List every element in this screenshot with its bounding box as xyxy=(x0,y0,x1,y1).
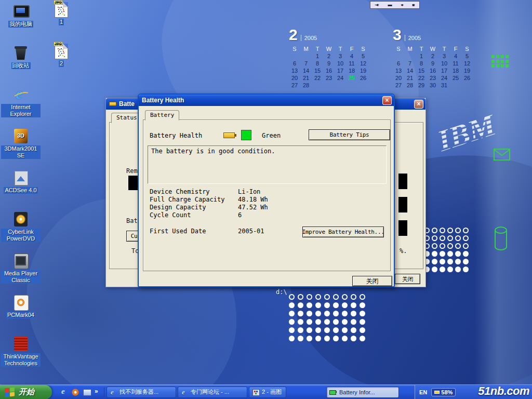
improve-battery-health-button[interactable]: Improve Battery Health... xyxy=(302,227,384,237)
language-indicator[interactable]: EN xyxy=(419,389,427,395)
desktop-icon-powerdvd[interactable]: CyberLink PowerDVD xyxy=(1,211,41,252)
desktop-icon-label: 3DMark2001 SE xyxy=(1,145,41,159)
dialog-titlebar[interactable]: Battery Health × xyxy=(139,95,394,106)
wallpaper-dot xyxy=(360,336,365,341)
taskbar-task-2[interactable]: 专门网论坛 - ... xyxy=(178,387,247,398)
wallpaper-dot xyxy=(324,311,330,316)
tray-battery-indicator[interactable]: 58% xyxy=(431,388,456,396)
desktop-icon-recycle-bin[interactable]: 回收站 xyxy=(1,45,41,86)
wallpaper-dot xyxy=(455,259,461,264)
wallpaper-dot xyxy=(447,259,453,264)
tab-battery[interactable]: Battery xyxy=(145,110,179,121)
3dmark-icon xyxy=(12,128,30,144)
wallpaper-dot xyxy=(324,302,330,308)
battery-field-row: Cycle Count6 xyxy=(150,211,383,219)
show-desktop-icon[interactable] xyxy=(82,388,91,397)
calendar-date: 9 xyxy=(427,60,438,68)
task-label: 找不到服务器... xyxy=(119,388,158,396)
calendar-date: 11 xyxy=(346,60,357,68)
wallpaper-dot xyxy=(440,267,445,272)
condition-textbox: The battery is in good condition. xyxy=(148,145,387,184)
jpg-file-icon: JPG xyxy=(55,2,68,18)
media-player-icon[interactable] xyxy=(71,388,80,397)
calendar-date xyxy=(404,53,416,60)
windows-logo-icon xyxy=(4,387,16,397)
desktop-icon-pcmark[interactable]: PCMark04 xyxy=(1,294,41,336)
wallpaper-dot xyxy=(432,267,437,272)
close-icon[interactable]: × xyxy=(414,100,423,109)
wallpaper-dot xyxy=(463,228,469,233)
calendar-date xyxy=(289,53,300,60)
wallpaper-dot xyxy=(360,327,365,333)
wallpaper-calendar-february: 22005SMTWTFS1234567891011121314151617181… xyxy=(289,27,372,89)
wallpaper-dot xyxy=(455,267,461,272)
calendar-grid: SMTWTFS123456789101112131415161718192021… xyxy=(289,46,372,89)
calendar-day-header: S xyxy=(289,46,300,53)
calendar-date xyxy=(450,82,461,89)
calendar-day-header: F xyxy=(346,46,357,53)
battery-tips-button[interactable]: Battery Tips xyxy=(309,129,390,140)
field-label: Device Chemistry xyxy=(150,188,210,195)
taskbar-task-1[interactable]: 找不到服务器... xyxy=(107,387,176,398)
file-icon-2[interactable]: JPG2 xyxy=(48,44,75,85)
close-icon[interactable]: × xyxy=(382,96,392,105)
keypad-cell xyxy=(491,55,495,58)
calendar-date: 27 xyxy=(393,82,404,89)
calendar-day-header: S xyxy=(461,46,473,53)
calendar-date: 14 xyxy=(404,68,416,75)
taskbar-task-3[interactable]: 2 - 画图 xyxy=(249,387,286,398)
wallpaper-dot xyxy=(307,311,312,316)
field-value: Li-Ion xyxy=(238,188,260,195)
calendar-date: 3 xyxy=(438,53,450,60)
envelope-icon xyxy=(494,149,510,161)
desktop-icon-label: Media Player Classic xyxy=(1,270,41,284)
desktop-icon-label: 回收站 xyxy=(11,62,31,69)
calendar-day-header: T xyxy=(416,46,427,53)
ie-icon[interactable] xyxy=(59,388,69,397)
wallpaper-dot xyxy=(463,267,469,272)
desktop-icon-mpc[interactable]: Media Player Classic xyxy=(1,252,41,294)
field-value: 6 xyxy=(238,211,242,219)
calendar-date: 8 xyxy=(312,60,323,68)
calendar-date: 20 xyxy=(289,75,300,82)
keypad-cell xyxy=(501,55,504,58)
calendar-date: 2 xyxy=(427,53,438,60)
powerdvd-icon xyxy=(12,211,30,228)
calendar-date: 31 xyxy=(438,82,450,89)
calendar-day-header: S xyxy=(393,46,404,53)
wallpaper-dot xyxy=(447,235,453,241)
keypad-cell xyxy=(491,64,495,68)
taskbar-task-4[interactable]: Battery Infor... xyxy=(326,387,399,398)
wallpaper-dot xyxy=(342,336,348,341)
calendar-date: 6 xyxy=(393,60,404,68)
field-label: Full Charge Capacity xyxy=(150,196,225,203)
calendar-date: 28 xyxy=(300,82,312,89)
first-used-row: First Used Date 2005-01 xyxy=(150,228,300,235)
file-icon-label: 2 xyxy=(59,60,64,67)
calendar-header: 32005 xyxy=(393,27,476,44)
close-button[interactable]: 关闭 xyxy=(395,274,420,284)
calendar-date: 30 xyxy=(427,82,438,89)
wallpaper-dot xyxy=(315,336,321,341)
calendar-date xyxy=(461,82,473,89)
desktop-icon-ie[interactable]: Internet Explorer xyxy=(1,86,41,128)
calendar-date: 14 xyxy=(300,68,312,75)
file-icon-1[interactable]: JPG1 xyxy=(48,2,75,44)
more-chevron[interactable] xyxy=(94,388,100,397)
calendar-date: 7 xyxy=(300,60,312,68)
start-button[interactable]: 开始 xyxy=(0,385,52,399)
calendar-date: 2 xyxy=(323,53,335,60)
calendar-date: 23 xyxy=(427,75,438,82)
desktop-icon-my-computer[interactable]: 我的电脑 xyxy=(1,3,41,45)
calendar-date: 7 xyxy=(404,60,416,68)
wallpaper-dot xyxy=(315,294,321,300)
osd-panel[interactable] xyxy=(370,1,420,9)
close-button[interactable]: 关闭 xyxy=(352,276,392,286)
calendar-date: 23 xyxy=(323,75,335,82)
desktop-icon-label: ACDSee 4.0 xyxy=(4,187,37,194)
wallpaper-dot xyxy=(360,294,365,300)
desktop-icon-thinkvantage[interactable]: ThinkVantage Technologies xyxy=(1,336,41,377)
brightness-icon xyxy=(401,3,404,7)
desktop-icon-3dmark[interactable]: 3DMark2001 SE xyxy=(1,128,41,169)
desktop-icon-acdsee[interactable]: ACDSee 4.0 xyxy=(1,169,41,211)
